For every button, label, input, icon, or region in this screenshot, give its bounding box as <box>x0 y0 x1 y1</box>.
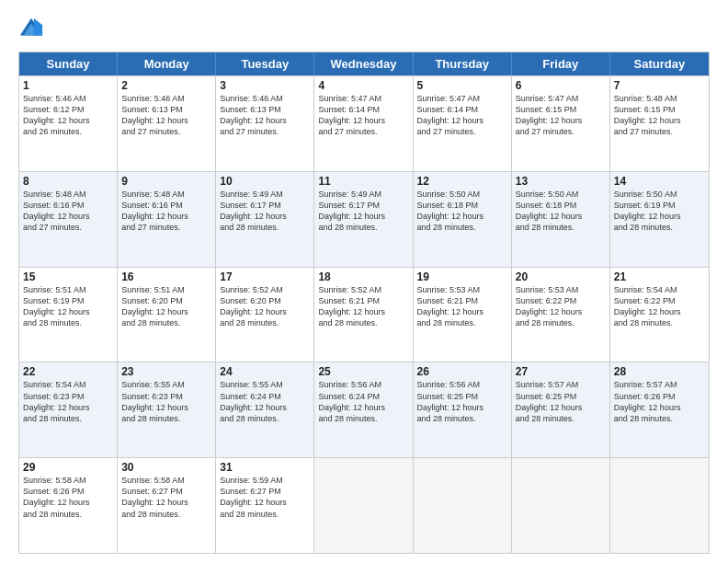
page: SundayMondayTuesdayWednesdayThursdayFrid… <box>0 0 728 563</box>
cal-cell-11: 11Sunrise: 5:49 AMSunset: 6:17 PMDayligh… <box>314 172 413 267</box>
day-number: 21 <box>614 270 705 283</box>
header-day-monday: Monday <box>118 52 216 75</box>
calendar-row-0: 1Sunrise: 5:46 AMSunset: 6:12 PMDaylight… <box>19 75 709 171</box>
cell-sun-info: Sunrise: 5:47 AMSunset: 6:14 PMDaylight:… <box>318 93 408 138</box>
day-number: 23 <box>121 365 211 378</box>
cell-sun-info: Sunrise: 5:48 AMSunset: 6:15 PMDaylight:… <box>614 93 705 138</box>
cell-sun-info: Sunrise: 5:52 AMSunset: 6:21 PMDaylight:… <box>318 284 408 329</box>
cal-cell-24: 24Sunrise: 5:55 AMSunset: 6:24 PMDayligh… <box>216 362 314 457</box>
header-day-wednesday: Wednesday <box>314 52 413 75</box>
cal-cell-empty <box>512 458 610 553</box>
day-number: 12 <box>417 175 507 188</box>
calendar: SundayMondayTuesdayWednesdayThursdayFrid… <box>18 52 710 554</box>
day-number: 25 <box>318 365 408 378</box>
cell-sun-info: Sunrise: 5:54 AMSunset: 6:22 PMDaylight:… <box>614 284 705 329</box>
cell-sun-info: Sunrise: 5:54 AMSunset: 6:23 PMDaylight:… <box>23 379 113 424</box>
calendar-header: SundayMondayTuesdayWednesdayThursdayFrid… <box>19 52 709 75</box>
cal-cell-12: 12Sunrise: 5:50 AMSunset: 6:18 PMDayligh… <box>414 172 512 267</box>
cell-sun-info: Sunrise: 5:55 AMSunset: 6:23 PMDaylight:… <box>121 379 211 424</box>
cell-sun-info: Sunrise: 5:53 AMSunset: 6:21 PMDaylight:… <box>417 284 507 329</box>
cal-cell-13: 13Sunrise: 5:50 AMSunset: 6:18 PMDayligh… <box>512 172 610 267</box>
cell-sun-info: Sunrise: 5:50 AMSunset: 6:18 PMDaylight:… <box>516 189 606 234</box>
cal-cell-25: 25Sunrise: 5:56 AMSunset: 6:24 PMDayligh… <box>314 362 413 457</box>
header-day-tuesday: Tuesday <box>216 52 314 75</box>
cell-sun-info: Sunrise: 5:53 AMSunset: 6:22 PMDaylight:… <box>516 284 606 329</box>
day-number: 27 <box>516 365 606 378</box>
cal-cell-16: 16Sunrise: 5:51 AMSunset: 6:20 PMDayligh… <box>118 268 216 362</box>
cell-sun-info: Sunrise: 5:48 AMSunset: 6:16 PMDaylight:… <box>121 189 211 234</box>
cell-sun-info: Sunrise: 5:57 AMSunset: 6:26 PMDaylight:… <box>614 379 705 424</box>
cal-cell-4: 4Sunrise: 5:47 AMSunset: 6:14 PMDaylight… <box>314 76 413 171</box>
cal-cell-29: 29Sunrise: 5:58 AMSunset: 6:26 PMDayligh… <box>19 458 118 553</box>
cell-sun-info: Sunrise: 5:50 AMSunset: 6:19 PMDaylight:… <box>614 189 705 234</box>
header-day-thursday: Thursday <box>414 52 512 75</box>
cal-cell-15: 15Sunrise: 5:51 AMSunset: 6:19 PMDayligh… <box>19 268 118 362</box>
calendar-body: 1Sunrise: 5:46 AMSunset: 6:12 PMDaylight… <box>19 75 709 553</box>
day-number: 4 <box>318 79 408 92</box>
cell-sun-info: Sunrise: 5:49 AMSunset: 6:17 PMDaylight:… <box>220 189 310 234</box>
cell-sun-info: Sunrise: 5:56 AMSunset: 6:25 PMDaylight:… <box>417 379 507 424</box>
cell-sun-info: Sunrise: 5:49 AMSunset: 6:17 PMDaylight:… <box>318 189 408 234</box>
day-number: 19 <box>417 270 507 283</box>
cal-cell-2: 2Sunrise: 5:46 AMSunset: 6:13 PMDaylight… <box>118 76 216 171</box>
cell-sun-info: Sunrise: 5:47 AMSunset: 6:14 PMDaylight:… <box>417 93 507 138</box>
logo-icon <box>18 17 44 42</box>
cal-cell-21: 21Sunrise: 5:54 AMSunset: 6:22 PMDayligh… <box>610 268 709 362</box>
day-number: 26 <box>417 365 507 378</box>
cal-cell-27: 27Sunrise: 5:57 AMSunset: 6:25 PMDayligh… <box>512 362 610 457</box>
cal-cell-18: 18Sunrise: 5:52 AMSunset: 6:21 PMDayligh… <box>314 268 413 362</box>
header-day-sunday: Sunday <box>19 52 118 75</box>
cal-cell-empty <box>314 458 413 553</box>
cal-cell-19: 19Sunrise: 5:53 AMSunset: 6:21 PMDayligh… <box>414 268 512 362</box>
day-number: 20 <box>516 270 606 283</box>
cal-cell-31: 31Sunrise: 5:59 AMSunset: 6:27 PMDayligh… <box>216 458 314 553</box>
cal-cell-23: 23Sunrise: 5:55 AMSunset: 6:23 PMDayligh… <box>118 362 216 457</box>
calendar-row-1: 8Sunrise: 5:48 AMSunset: 6:16 PMDaylight… <box>19 171 709 267</box>
cell-sun-info: Sunrise: 5:51 AMSunset: 6:20 PMDaylight:… <box>121 284 211 329</box>
header-day-friday: Friday <box>512 52 610 75</box>
cal-cell-14: 14Sunrise: 5:50 AMSunset: 6:19 PMDayligh… <box>610 172 709 267</box>
cal-cell-20: 20Sunrise: 5:53 AMSunset: 6:22 PMDayligh… <box>512 268 610 362</box>
day-number: 9 <box>121 175 211 188</box>
cell-sun-info: Sunrise: 5:51 AMSunset: 6:19 PMDaylight:… <box>23 284 113 329</box>
day-number: 2 <box>121 79 211 92</box>
day-number: 24 <box>220 365 310 378</box>
day-number: 29 <box>23 461 113 474</box>
day-number: 28 <box>614 365 705 378</box>
cell-sun-info: Sunrise: 5:55 AMSunset: 6:24 PMDaylight:… <box>220 379 310 424</box>
day-number: 3 <box>220 79 310 92</box>
day-number: 7 <box>614 79 705 92</box>
cell-sun-info: Sunrise: 5:46 AMSunset: 6:13 PMDaylight:… <box>220 93 310 138</box>
day-number: 1 <box>23 79 113 92</box>
day-number: 10 <box>220 175 310 188</box>
cell-sun-info: Sunrise: 5:58 AMSunset: 6:26 PMDaylight:… <box>23 475 113 520</box>
day-number: 6 <box>516 79 606 92</box>
header-day-saturday: Saturday <box>610 52 709 75</box>
cal-cell-8: 8Sunrise: 5:48 AMSunset: 6:16 PMDaylight… <box>19 172 118 267</box>
cal-cell-26: 26Sunrise: 5:56 AMSunset: 6:25 PMDayligh… <box>414 362 512 457</box>
cell-sun-info: Sunrise: 5:59 AMSunset: 6:27 PMDaylight:… <box>220 475 310 520</box>
cal-cell-6: 6Sunrise: 5:47 AMSunset: 6:15 PMDaylight… <box>512 76 610 171</box>
cal-cell-empty <box>610 458 709 553</box>
cal-cell-22: 22Sunrise: 5:54 AMSunset: 6:23 PMDayligh… <box>19 362 118 457</box>
cal-cell-10: 10Sunrise: 5:49 AMSunset: 6:17 PMDayligh… <box>216 172 314 267</box>
cell-sun-info: Sunrise: 5:58 AMSunset: 6:27 PMDaylight:… <box>121 475 211 520</box>
day-number: 22 <box>23 365 113 378</box>
day-number: 18 <box>318 270 408 283</box>
calendar-row-4: 29Sunrise: 5:58 AMSunset: 6:26 PMDayligh… <box>19 457 709 553</box>
cal-cell-9: 9Sunrise: 5:48 AMSunset: 6:16 PMDaylight… <box>118 172 216 267</box>
cell-sun-info: Sunrise: 5:56 AMSunset: 6:24 PMDaylight:… <box>318 379 408 424</box>
day-number: 15 <box>23 270 113 283</box>
day-number: 31 <box>220 461 310 474</box>
cal-cell-3: 3Sunrise: 5:46 AMSunset: 6:13 PMDaylight… <box>216 76 314 171</box>
cell-sun-info: Sunrise: 5:52 AMSunset: 6:20 PMDaylight:… <box>220 284 310 329</box>
cal-cell-5: 5Sunrise: 5:47 AMSunset: 6:14 PMDaylight… <box>414 76 512 171</box>
header <box>18 17 710 42</box>
cell-sun-info: Sunrise: 5:46 AMSunset: 6:12 PMDaylight:… <box>23 93 113 138</box>
cal-cell-7: 7Sunrise: 5:48 AMSunset: 6:15 PMDaylight… <box>610 76 709 171</box>
day-number: 11 <box>318 175 408 188</box>
cal-cell-1: 1Sunrise: 5:46 AMSunset: 6:12 PMDaylight… <box>19 76 118 171</box>
day-number: 16 <box>121 270 211 283</box>
svg-marker-2 <box>34 18 42 36</box>
cell-sun-info: Sunrise: 5:46 AMSunset: 6:13 PMDaylight:… <box>121 93 211 138</box>
